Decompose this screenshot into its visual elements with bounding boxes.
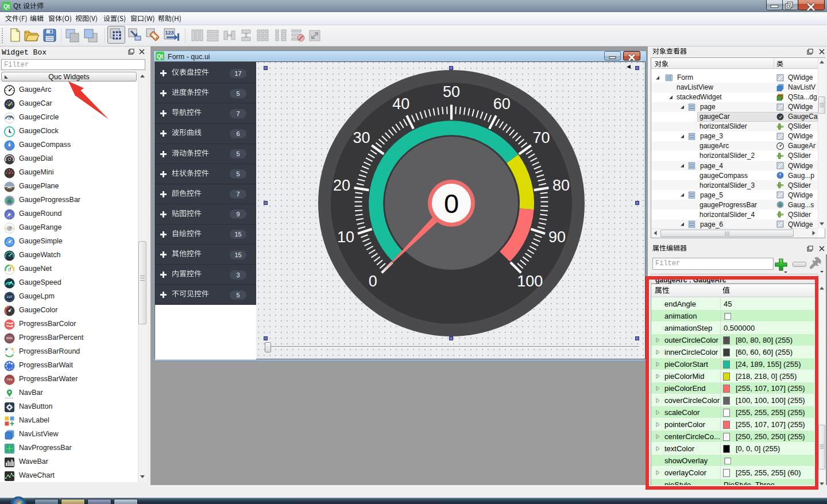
svg-text:90: 90 <box>548 228 566 246</box>
svg-text:0: 0 <box>369 273 377 290</box>
svg-text:2.27: 2.27 <box>7 296 12 298</box>
svg-text:123: 123 <box>165 30 173 36</box>
svg-text:Qt: Qt <box>157 53 164 60</box>
svg-text:20: 20 <box>333 177 350 194</box>
svg-text:60: 60 <box>493 95 511 113</box>
svg-text:10: 10 <box>337 228 354 246</box>
svg-text:50%: 50% <box>6 336 13 340</box>
svg-text:30: 30 <box>353 129 370 146</box>
svg-text:40: 40 <box>392 95 409 113</box>
svg-text:74%: 74% <box>6 378 13 381</box>
svg-text:0: 0 <box>444 188 459 219</box>
svg-text:Qt: Qt <box>3 3 10 10</box>
svg-text:100: 100 <box>517 273 543 290</box>
svg-text:50: 50 <box>443 83 460 100</box>
svg-text:70: 70 <box>532 129 550 146</box>
svg-text:80: 80 <box>552 177 570 194</box>
